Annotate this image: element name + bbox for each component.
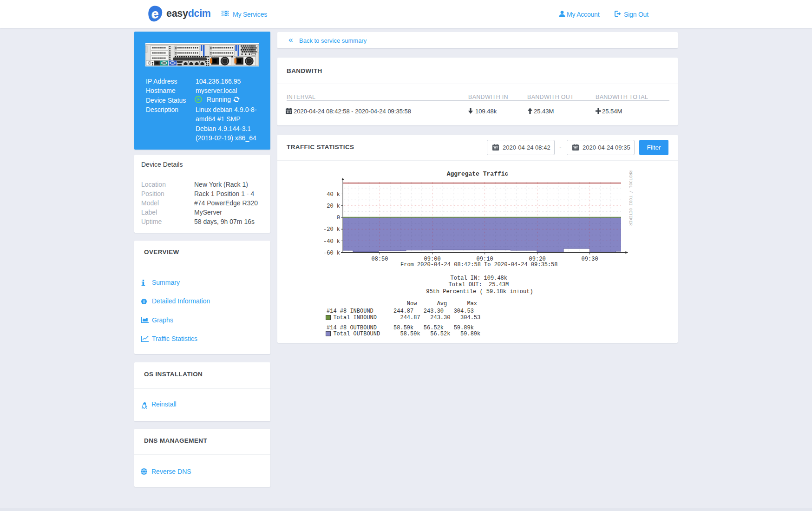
svg-text:09:30: 09:30 bbox=[582, 256, 598, 262]
svg-text:e: e bbox=[152, 7, 159, 21]
svg-text:-40 k: -40 k bbox=[323, 238, 340, 245]
svg-text:95th Percentile ( 59.18k in+ou: 95th Percentile ( 59.18k in+out) bbox=[426, 288, 533, 295]
svg-text:Total OUT: 25.43M: Total OUT: 25.43M bbox=[449, 282, 509, 288]
svg-text:0: 0 bbox=[337, 215, 340, 221]
svg-text:#14 #8 OUTBOUND 58.59k 5: #14 #8 OUTBOUND 58.59k 56.52k 59.89k bbox=[327, 325, 474, 331]
svg-text:RRDTOOL / TOBI OETIKER: RRDTOOL / TOBI OETIKER bbox=[628, 170, 633, 226]
svg-text:Total OUTBOUND 58.59k 5: Total OUTBOUND 58.59k 56.52k 59.89k bbox=[327, 331, 480, 337]
svg-text:From 2020-04-24 08:42:58 To 20: From 2020-04-24 08:42:58 To 2020-04-24 0… bbox=[400, 262, 557, 268]
svg-text:20 k: 20 k bbox=[327, 203, 340, 210]
svg-text:Now Avg Max: Now Avg Max bbox=[327, 301, 477, 307]
svg-text:08:50: 08:50 bbox=[371, 256, 388, 262]
svg-text:#14 #8 INBOUND 244.87 2: #14 #8 INBOUND 244.87 243.30 304.53 bbox=[327, 308, 474, 314]
svg-text:40 k: 40 k bbox=[327, 191, 340, 198]
svg-text:-60 k: -60 k bbox=[323, 250, 340, 256]
svg-text:Aggregate Traffic: Aggregate Traffic bbox=[447, 170, 509, 177]
svg-text:Total INBOUND 244.87 2: Total INBOUND 244.87 243.30 304.53 bbox=[327, 314, 480, 321]
svg-text:Total IN: 109.48k: Total IN: 109.48k bbox=[451, 275, 507, 282]
svg-text:-20 k: -20 k bbox=[323, 226, 340, 233]
